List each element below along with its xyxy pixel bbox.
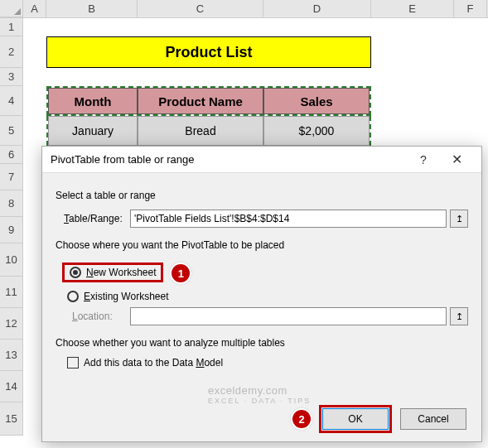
row-header-7[interactable]: 7 <box>0 164 23 190</box>
dialog-body: Select a table or range Table/Range: ↥ C… <box>42 173 481 383</box>
header-month[interactable]: Month <box>48 88 138 114</box>
section-multiple-tables: Choose whether you want to analyze multi… <box>56 337 468 349</box>
help-button[interactable]: ? <box>407 153 440 166</box>
title-cell[interactable]: Product List <box>46 36 371 68</box>
row-header-6[interactable]: 6 <box>0 146 23 164</box>
range-selector-icon[interactable]: ↥ <box>450 307 468 325</box>
row-header-8[interactable]: 8 <box>0 190 23 217</box>
row-header-3[interactable]: 3 <box>0 68 23 86</box>
range-selector-icon[interactable]: ↥ <box>450 210 468 228</box>
checkbox-icon <box>67 357 79 369</box>
row-header-9[interactable]: 9 <box>0 217 23 243</box>
col-header-a[interactable]: A <box>23 0 46 17</box>
cell-sales[interactable]: $2,000 <box>263 116 370 146</box>
table-range-input[interactable] <box>130 210 447 228</box>
callout-1: 1 <box>172 264 190 282</box>
column-headers: A B C D E F <box>0 0 488 18</box>
table-row: January Bread $2,000 <box>46 116 371 146</box>
radio-label: Existing Worksheet <box>84 291 169 302</box>
row-header-2[interactable]: 2 <box>0 36 23 68</box>
cancel-button[interactable]: Cancel <box>400 408 466 430</box>
checkbox-label: Add this data to the Data Model <box>84 357 223 369</box>
table-range-row: Table/Range: ↥ <box>64 210 468 228</box>
dialog-title: PivotTable from table or range <box>51 153 407 166</box>
row-header-13[interactable]: 13 <box>0 340 23 371</box>
col-header-e[interactable]: E <box>371 0 454 17</box>
col-header-c[interactable]: C <box>138 0 263 17</box>
row-header-1[interactable]: 1 <box>0 18 23 36</box>
row-header-10[interactable]: 10 <box>0 243 23 277</box>
callout-2: 2 <box>292 410 311 428</box>
row-header-12[interactable]: 12 <box>0 308 23 340</box>
row-headers: 1 2 3 4 5 6 7 8 9 10 11 12 13 14 15 <box>0 18 23 436</box>
cell-product[interactable]: Bread <box>138 116 263 146</box>
row-header-5[interactable]: 5 <box>0 116 23 146</box>
table-range-label: Table/Range: <box>64 213 130 224</box>
header-sales[interactable]: Sales <box>263 88 370 114</box>
location-label: Location: <box>72 311 130 322</box>
close-button[interactable]: ✕ <box>440 152 473 167</box>
pivottable-dialog: PivotTable from table or range ? ✕ Selec… <box>41 146 482 442</box>
radio-icon <box>70 267 81 278</box>
table-header-row: Month Product Name Sales <box>46 86 371 116</box>
section-select-range: Select a table or range <box>56 190 468 201</box>
row-header-4[interactable]: 4 <box>0 86 23 116</box>
select-all-corner[interactable] <box>0 0 23 17</box>
col-header-d[interactable]: D <box>263 0 371 17</box>
row-header-11[interactable]: 11 <box>0 277 23 308</box>
radio-new-worksheet[interactable]: New Worksheet <box>62 263 163 282</box>
dialog-titlebar[interactable]: PivotTable from table or range ? ✕ <box>42 147 481 173</box>
cell-month[interactable]: January <box>48 116 138 146</box>
header-product-name[interactable]: Product Name <box>138 88 263 114</box>
radio-icon <box>67 291 79 302</box>
radio-label: New Worksheet <box>86 267 156 278</box>
data-model-checkbox-row[interactable]: Add this data to the Data Model <box>67 357 468 369</box>
col-header-b[interactable]: B <box>46 0 138 17</box>
ok-button[interactable]: OK <box>322 408 389 430</box>
row-header-15[interactable]: 15 <box>0 402 23 436</box>
dialog-buttons: 2 OK Cancel <box>284 408 466 430</box>
section-placement: Choose where you want the PivotTable to … <box>56 239 468 251</box>
location-input[interactable] <box>130 307 447 325</box>
row-header-14[interactable]: 14 <box>0 371 23 402</box>
watermark: exceldemy.com EXCEL · DATA · TIPS <box>208 384 311 405</box>
col-header-f[interactable]: F <box>454 0 487 17</box>
location-row: Location: ↥ <box>56 307 468 325</box>
radio-existing-worksheet[interactable]: Existing Worksheet <box>67 291 468 302</box>
